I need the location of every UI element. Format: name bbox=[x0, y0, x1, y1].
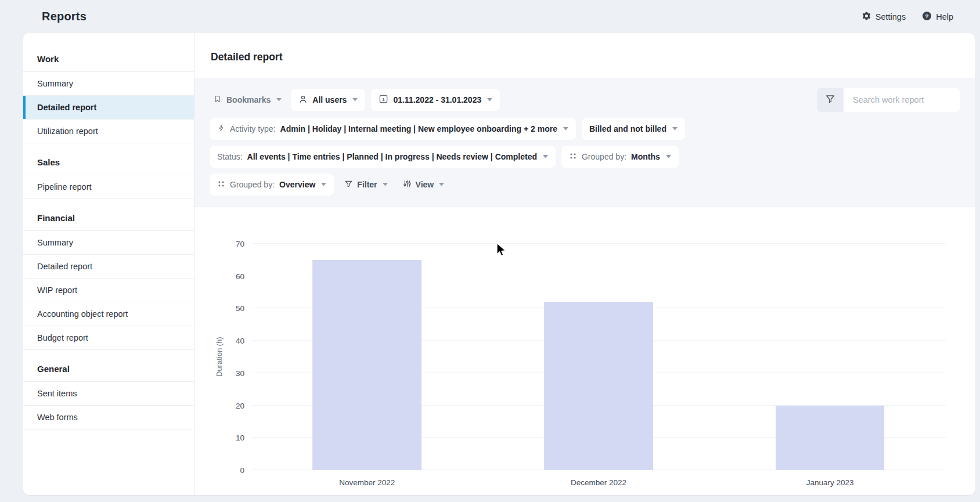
filter-button-label: Filter bbox=[357, 180, 377, 189]
search-group bbox=[817, 88, 960, 112]
sidebar-item-summary[interactable]: Summary bbox=[23, 72, 194, 96]
sidebar-item-summary[interactable]: Summary bbox=[23, 231, 194, 255]
sidebar-item-wip-report[interactable]: WIP report bbox=[23, 279, 194, 302]
gear-icon bbox=[862, 11, 871, 23]
sidebar-item-pipeline-report[interactable]: Pipeline report bbox=[23, 175, 194, 199]
person-icon bbox=[298, 95, 308, 106]
svg-text:1: 1 bbox=[383, 97, 385, 102]
sidebar-item-sent-items[interactable]: Sent items bbox=[23, 382, 194, 406]
grouped-by-label: Grouped by: bbox=[230, 180, 275, 189]
sidebar-item-label: Sent items bbox=[37, 389, 77, 398]
filter-row-2: Activity type: Admin | Holiday | Interna… bbox=[210, 118, 960, 140]
chart-bar-3[interactable] bbox=[776, 406, 885, 470]
grid-dots-icon bbox=[217, 180, 225, 190]
sidebar-item-utilization-report[interactable]: Utilization report bbox=[23, 120, 194, 143]
filter-row-3: Status: All events | Time entries | Plan… bbox=[210, 146, 960, 168]
y-axis-title: Duration (h) bbox=[212, 244, 226, 470]
chevron-down-icon bbox=[666, 155, 671, 158]
page-title: Reports bbox=[42, 10, 87, 23]
help-label: Help bbox=[936, 12, 953, 21]
view-button[interactable]: View bbox=[398, 174, 449, 196]
bar-chart: Duration (h) 010203040506070 November 20… bbox=[212, 244, 946, 470]
y-tick-label: 20 bbox=[236, 401, 244, 410]
lightning-icon bbox=[217, 124, 225, 134]
help-button[interactable]: ? Help bbox=[922, 11, 953, 23]
chevron-down-icon bbox=[439, 183, 444, 186]
sidebar-item-label: Summary bbox=[37, 238, 73, 247]
chevron-down-icon bbox=[383, 183, 388, 186]
grouped-by-overview-value: Overview bbox=[279, 180, 315, 189]
chevron-down-icon bbox=[487, 98, 492, 102]
sidebar-item-detailed-report[interactable]: Detailed report bbox=[23, 96, 194, 120]
main-title-row: Detailed report bbox=[194, 33, 975, 78]
sidebar-item-detailed-report[interactable]: Detailed report bbox=[23, 255, 194, 279]
x-axis-label: December 2022 bbox=[571, 478, 626, 487]
sidebar-section-heading: General bbox=[23, 350, 194, 382]
grouped-by-months-filter[interactable]: Grouped by: Months bbox=[561, 146, 679, 168]
chart-bar-2[interactable] bbox=[544, 302, 653, 470]
chevron-down-icon bbox=[672, 127, 678, 131]
status-label: Status: bbox=[217, 152, 243, 161]
y-axis: 010203040506070 bbox=[226, 244, 251, 470]
status-value: All events | Time entries | Planned | In… bbox=[247, 152, 537, 161]
sidebar-item-label: Budget report bbox=[37, 333, 88, 342]
sidebar-item-web-forms[interactable]: Web forms bbox=[23, 406, 194, 429]
y-tick-label: 0 bbox=[240, 466, 244, 475]
sliders-icon bbox=[403, 179, 412, 190]
sidebar-item-label: Detailed report bbox=[37, 262, 92, 271]
chart-area: Duration (h) 010203040506070 November 20… bbox=[194, 207, 975, 495]
x-axis-label: November 2022 bbox=[339, 478, 395, 487]
grouped-by-overview-filter[interactable]: Grouped by: Overview bbox=[210, 174, 334, 196]
settings-label: Settings bbox=[875, 12, 906, 21]
sidebar-section-heading: Work bbox=[23, 39, 194, 72]
y-tick-label: 40 bbox=[236, 337, 244, 345]
chart-bar-1[interactable] bbox=[312, 260, 421, 470]
funnel-icon bbox=[825, 93, 835, 106]
plot-area: November 2022December 2022January 2023 bbox=[251, 244, 946, 470]
sidebar-item-accounting-object-report[interactable]: Accounting object report bbox=[23, 302, 194, 326]
filter-button[interactable]: Filter bbox=[340, 174, 392, 196]
sidebar-section-heading: Financial bbox=[23, 199, 194, 231]
y-tick-label: 70 bbox=[236, 240, 244, 248]
x-axis-label: January 2023 bbox=[806, 478, 854, 487]
help-icon: ? bbox=[922, 11, 932, 23]
settings-button[interactable]: Settings bbox=[862, 11, 906, 23]
view-button-label: View bbox=[416, 180, 434, 189]
sidebar: WorkSummaryDetailed reportUtilization re… bbox=[23, 33, 194, 495]
users-filter-value: All users bbox=[312, 95, 347, 104]
sidebar-item-label: Summary bbox=[37, 79, 73, 88]
bookmark-icon bbox=[213, 95, 222, 105]
sidebar-section-heading: Sales bbox=[23, 143, 194, 175]
activity-type-label: Activity type: bbox=[230, 124, 276, 133]
activity-type-value: Admin | Holiday | Internal meeting | New… bbox=[280, 124, 557, 133]
sidebar-item-label: Detailed report bbox=[37, 103, 96, 112]
chevron-down-icon bbox=[276, 98, 282, 102]
top-header: Reports Settings ? Help bbox=[0, 0, 980, 33]
billing-filter[interactable]: Billed and not billed bbox=[582, 118, 685, 140]
search-input[interactable] bbox=[844, 88, 960, 112]
sidebar-item-budget-report[interactable]: Budget report bbox=[23, 326, 194, 350]
funnel-icon bbox=[344, 179, 353, 190]
activity-type-filter[interactable]: Activity type: Admin | Holiday | Interna… bbox=[210, 118, 576, 140]
sidebar-item-label: WIP report bbox=[37, 286, 77, 295]
gridline bbox=[251, 243, 946, 244]
grid-dots-icon bbox=[569, 152, 577, 162]
users-filter[interactable]: All users bbox=[291, 89, 365, 111]
filter-row-4: Grouped by: Overview Filter View bbox=[210, 174, 960, 196]
sidebar-item-label: Web forms bbox=[37, 413, 78, 422]
bookmarks-dropdown[interactable]: Bookmarks bbox=[210, 89, 285, 111]
svg-text:?: ? bbox=[925, 13, 929, 19]
chevron-down-icon bbox=[321, 183, 326, 186]
sidebar-item-label: Pipeline report bbox=[37, 182, 92, 192]
grouped-by-months-value: Months bbox=[631, 152, 660, 161]
chevron-down-icon bbox=[543, 155, 548, 158]
top-actions: Settings ? Help bbox=[862, 11, 953, 23]
y-tick-label: 50 bbox=[236, 304, 244, 313]
filter-row-1: Bookmarks All users 1 01.11.2022 - 31.01… bbox=[210, 88, 960, 112]
status-filter[interactable]: Status: All events | Time entries | Plan… bbox=[210, 146, 556, 168]
sidebar-item-label: Accounting object report bbox=[37, 309, 128, 319]
grouped-by-label: Grouped by: bbox=[582, 152, 626, 161]
filter-panel: Bookmarks All users 1 01.11.2022 - 31.01… bbox=[194, 78, 975, 207]
search-filter-button[interactable] bbox=[817, 88, 844, 112]
date-range-filter[interactable]: 1 01.11.2022 - 31.01.2023 bbox=[371, 89, 500, 111]
